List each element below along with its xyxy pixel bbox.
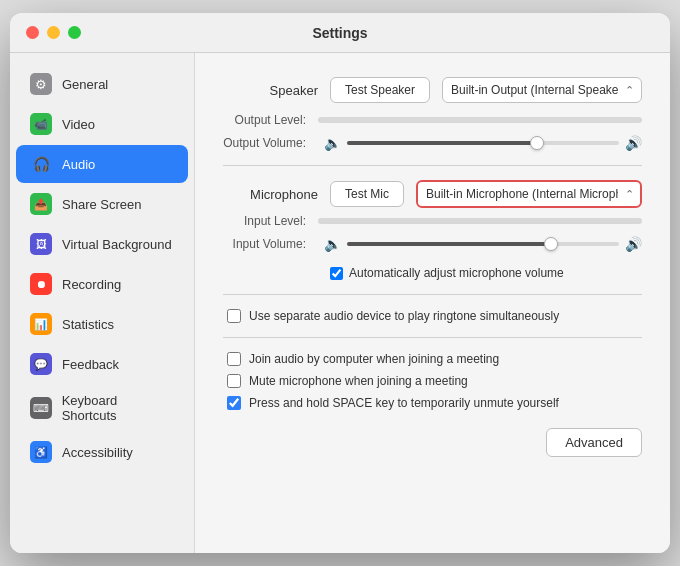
minimize-button[interactable]	[47, 26, 60, 39]
mic-select[interactable]: Built-in Microphone (Internal Micropho..…	[416, 180, 642, 208]
microphone-label: Microphone	[223, 187, 318, 202]
content-area: ⚙ General 📹 Video 🎧 Audio 📤 Share Screen…	[10, 53, 670, 553]
sidebar-label-share-screen: Share Screen	[62, 197, 142, 212]
microphone-section: Microphone Test Mic Built-in Microphone …	[223, 180, 642, 208]
volume-high-icon: 🔊	[625, 135, 642, 151]
audio-icon: 🎧	[30, 153, 52, 175]
input-volume-label: Input Volume:	[223, 237, 318, 251]
sidebar-item-audio[interactable]: 🎧 Audio	[16, 145, 188, 183]
join-audio-checkbox[interactable]	[227, 352, 241, 366]
close-button[interactable]	[26, 26, 39, 39]
output-volume-row: Output Volume: 🔈 🔊	[223, 135, 642, 151]
input-volume-slider[interactable]	[347, 242, 619, 246]
space-key-label: Press and hold SPACE key to temporarily …	[249, 396, 559, 410]
recording-icon: ⏺	[30, 273, 52, 295]
join-audio-row: Join audio by computer when joining a me…	[223, 352, 642, 366]
sidebar-label-feedback: Feedback	[62, 357, 119, 372]
separate-audio-label: Use separate audio device to play ringto…	[249, 309, 559, 323]
mute-mic-label: Mute microphone when joining a meeting	[249, 374, 468, 388]
mic-vol-low-icon: 🔈	[324, 236, 341, 252]
test-mic-button[interactable]: Test Mic	[330, 181, 404, 207]
accessibility-icon: ♿	[30, 441, 52, 463]
input-level-label: Input Level:	[223, 214, 318, 228]
speaker-section: Speaker Test Speaker Built-in Output (In…	[223, 77, 642, 103]
separate-audio-checkbox[interactable]	[227, 309, 241, 323]
test-speaker-button[interactable]: Test Speaker	[330, 77, 430, 103]
input-volume-fill	[347, 242, 551, 246]
output-level-label: Output Level:	[223, 113, 318, 127]
keyboard-shortcuts-icon: ⌨	[30, 397, 52, 419]
sidebar-item-statistics[interactable]: 📊 Statistics	[16, 305, 188, 343]
auto-adjust-checkbox[interactable]	[330, 267, 343, 280]
space-key-row: Press and hold SPACE key to temporarily …	[223, 396, 642, 410]
output-volume-slider[interactable]	[347, 141, 619, 145]
auto-adjust-label: Automatically adjust microphone volume	[349, 266, 564, 280]
settings-window: Settings ⚙ General 📹 Video 🎧 Audio 📤 Sha…	[10, 13, 670, 553]
sidebar-item-recording[interactable]: ⏺ Recording	[16, 265, 188, 303]
video-icon: 📹	[30, 113, 52, 135]
output-level-row: Output Level:	[223, 113, 642, 127]
advanced-button[interactable]: Advanced	[546, 428, 642, 457]
separate-audio-row: Use separate audio device to play ringto…	[223, 309, 642, 323]
output-volume-label: Output Volume:	[223, 136, 318, 150]
traffic-lights	[26, 26, 81, 39]
sidebar-label-general: General	[62, 77, 108, 92]
sidebar-label-statistics: Statistics	[62, 317, 114, 332]
mic-select-wrapper: Built-in Microphone (Internal Micropho..…	[416, 180, 642, 208]
input-level-row: Input Level:	[223, 214, 642, 228]
sidebar-item-share-screen[interactable]: 📤 Share Screen	[16, 185, 188, 223]
input-volume-thumb	[544, 237, 558, 251]
general-icon: ⚙	[30, 73, 52, 95]
speaker-select[interactable]: Built-in Output (Internal Speakers)	[442, 77, 642, 103]
sidebar: ⚙ General 📹 Video 🎧 Audio 📤 Share Screen…	[10, 53, 195, 553]
mute-mic-checkbox[interactable]	[227, 374, 241, 388]
join-audio-label: Join audio by computer when joining a me…	[249, 352, 499, 366]
sidebar-label-recording: Recording	[62, 277, 121, 292]
output-volume-thumb	[530, 136, 544, 150]
sidebar-item-keyboard-shortcuts[interactable]: ⌨ Keyboard Shortcuts	[16, 385, 188, 431]
titlebar: Settings	[10, 13, 670, 53]
section-divider-1	[223, 294, 642, 295]
sidebar-item-video[interactable]: 📹 Video	[16, 105, 188, 143]
statistics-icon: 📊	[30, 313, 52, 335]
input-volume-row: Input Volume: 🔈 🔊	[223, 236, 642, 252]
maximize-button[interactable]	[68, 26, 81, 39]
sidebar-label-accessibility: Accessibility	[62, 445, 133, 460]
sidebar-item-general[interactable]: ⚙ General	[16, 65, 188, 103]
sidebar-label-audio: Audio	[62, 157, 95, 172]
sidebar-item-virtual-background[interactable]: 🖼 Virtual Background	[16, 225, 188, 263]
mute-mic-row: Mute microphone when joining a meeting	[223, 374, 642, 388]
sidebar-item-feedback[interactable]: 💬 Feedback	[16, 345, 188, 383]
section-divider-2	[223, 337, 642, 338]
mic-vol-high-icon: 🔊	[625, 236, 642, 252]
sidebar-label-video: Video	[62, 117, 95, 132]
sidebar-label-virtual-background: Virtual Background	[62, 237, 172, 252]
volume-low-icon: 🔈	[324, 135, 341, 151]
speaker-select-wrapper: Built-in Output (Internal Speakers)	[442, 77, 642, 103]
input-level-bar	[318, 218, 642, 224]
output-volume-fill	[347, 141, 537, 145]
window-title: Settings	[312, 25, 367, 41]
sidebar-item-accessibility[interactable]: ♿ Accessibility	[16, 433, 188, 471]
space-key-checkbox[interactable]	[227, 396, 241, 410]
speaker-label: Speaker	[223, 83, 318, 98]
feedback-icon: 💬	[30, 353, 52, 375]
share-screen-icon: 📤	[30, 193, 52, 215]
virtual-background-icon: 🖼	[30, 233, 52, 255]
advanced-row: Advanced	[223, 428, 642, 457]
main-panel: Speaker Test Speaker Built-in Output (In…	[195, 53, 670, 553]
output-level-bar	[318, 117, 642, 123]
auto-adjust-row: Automatically adjust microphone volume	[223, 266, 642, 280]
sidebar-label-keyboard-shortcuts: Keyboard Shortcuts	[62, 393, 174, 423]
speaker-mic-divider	[223, 165, 642, 166]
